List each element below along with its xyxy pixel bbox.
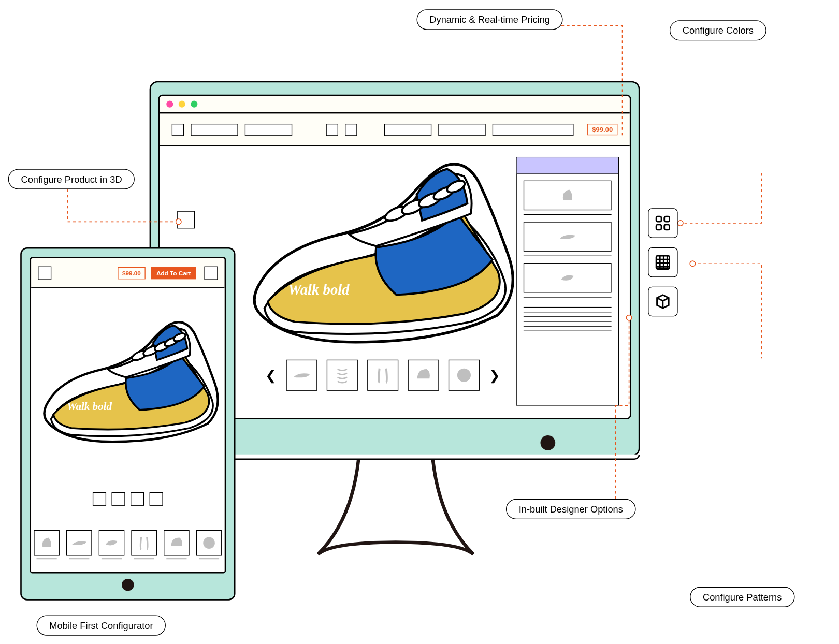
callout-designer: In-built Designer Options bbox=[506, 499, 636, 519]
mobile-options-button[interactable] bbox=[204, 266, 218, 280]
callout-colors: Configure Colors bbox=[670, 20, 766, 40]
callout-3d: Configure Product in 3D bbox=[8, 169, 135, 189]
mobile-price-tag: $99.00 bbox=[118, 267, 146, 279]
product-shoe-mobile: Walk bold bbox=[35, 295, 226, 471]
svg-rect-13 bbox=[664, 225, 670, 230]
m-part-toe[interactable] bbox=[196, 530, 222, 556]
mobile-pager bbox=[93, 492, 163, 506]
svg-point-21 bbox=[203, 537, 215, 549]
svg-point-1 bbox=[176, 219, 181, 224]
callout-patterns: Configure Patterns bbox=[690, 587, 794, 607]
m-part-laces[interactable] bbox=[99, 530, 125, 556]
tool-colors-button[interactable] bbox=[648, 208, 677, 238]
mobile-shoe-brand-text: Walk bold bbox=[67, 400, 112, 413]
callout-mobile: Mobile First Configurator bbox=[37, 615, 166, 635]
m-part-upper[interactable] bbox=[34, 530, 60, 556]
svg-rect-12 bbox=[656, 225, 661, 230]
svg-rect-10 bbox=[656, 216, 661, 222]
designer-tool-stack bbox=[648, 208, 839, 316]
mobile-add-to-cart-button[interactable]: Add To Cart bbox=[151, 267, 196, 279]
mobile-home-button[interactable] bbox=[122, 579, 134, 591]
m-part-sole[interactable] bbox=[66, 530, 92, 556]
mobile-menu-button[interactable] bbox=[38, 266, 51, 280]
m-part-tongue[interactable] bbox=[131, 530, 157, 556]
pager-dot[interactable] bbox=[93, 492, 106, 506]
mobile-device-frame: $99.00 Add To Cart Walk bold bbox=[20, 247, 235, 601]
callout-pricing: Dynamic & Real-time Pricing bbox=[416, 9, 562, 30]
mobile-screen: $99.00 Add To Cart Walk bold bbox=[30, 257, 226, 573]
tool-materials-button[interactable] bbox=[648, 247, 677, 277]
svg-rect-11 bbox=[664, 216, 670, 222]
tool-3d-button[interactable] bbox=[648, 287, 677, 316]
mobile-canvas: Walk bold bbox=[31, 288, 225, 572]
pager-dot[interactable] bbox=[131, 492, 144, 506]
m-part-heel[interactable] bbox=[164, 530, 190, 556]
pager-dot[interactable] bbox=[111, 492, 125, 506]
pager-dot[interactable] bbox=[150, 492, 163, 506]
mobile-part-strip bbox=[31, 530, 225, 564]
mobile-toolbar: $99.00 Add To Cart bbox=[31, 258, 225, 288]
svg-point-2 bbox=[626, 315, 631, 320]
